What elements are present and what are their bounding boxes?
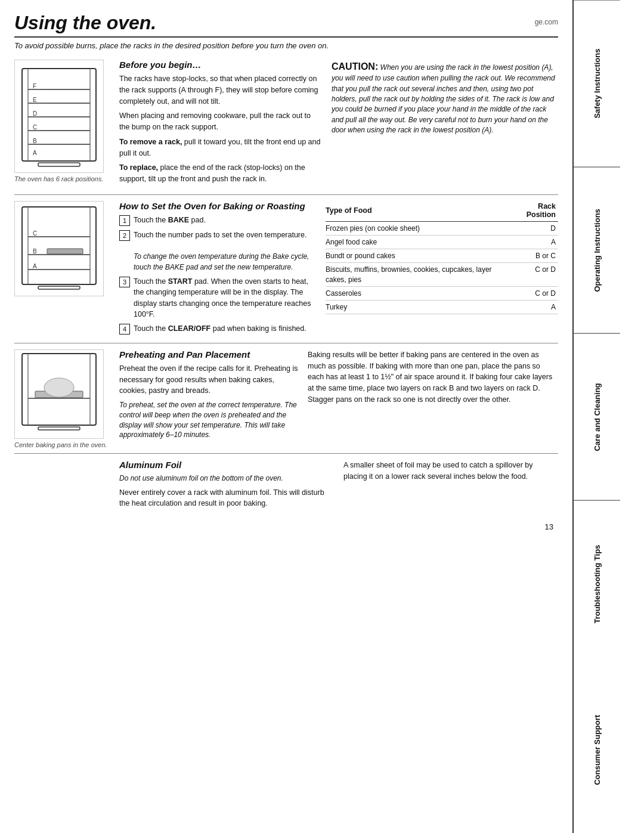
baking-oven-image: C B A [14,201,104,296]
preheat-oven-image [14,349,104,439]
rack-position-cell: D [509,221,558,235]
website-url: ge.com [535,18,558,26]
preheat-section: Center baking pans in the oven. Preheati… [14,343,558,448]
table-row: TurkeyA [326,300,558,314]
oven-image-caption: The oven has 6 rack positions. [14,175,110,182]
rack-position-cell: A [509,300,558,314]
rack-position-cell: A [509,235,558,249]
table-row: Angel food cakeA [326,235,558,249]
caution-text: CAUTION: When you are using the rack in … [332,60,558,136]
foil-spacer [14,460,110,513]
foil-italic: Do not use aluminum foil on the bottom o… [119,473,334,484]
foil-section: Aluminum Foil Do not use aluminum foil o… [14,453,558,513]
svg-text:A: A [33,263,37,270]
remove-label: To remove a rack, [119,138,182,146]
oven-image-box: F E D C B A [14,60,110,188]
right-sidebar: Safety Instructions Operating Instructio… [572,0,620,833]
rack-position-header: Rack Position [509,201,558,222]
page-title: Using the oven. [14,12,156,34]
step-2-body: Touch the number pads to set the oven te… [134,231,306,239]
remove-rack-text: To remove a rack, pull it toward you, ti… [119,137,322,159]
step-3-row: 3 Touch the START pad. When the oven sta… [119,276,316,320]
svg-rect-30 [38,286,80,289]
baking-section: C B A How to Set the Oven for Baking or … [14,194,558,338]
svg-text:F: F [33,83,36,89]
step-1-num: 1 [119,215,130,226]
before-begin-title: Before you begin… [119,60,322,70]
sidebar-consumer: Consumer Support [574,667,620,833]
svg-text:A: A [33,150,37,156]
step-4-num: 4 [119,324,130,335]
before-begin-para1: The racks have stop-locks, so that when … [119,73,322,107]
replace-rack-text: To replace, place the end of the rack (s… [119,162,322,185]
caution-section: CAUTION: When you are using the rack in … [332,60,558,188]
sidebar-consumer-label: Consumer Support [593,715,602,785]
top-section: F E D C B A [14,60,558,188]
step-2-row: 2 Touch the number pads to set the oven … [119,230,316,273]
step-1-text: Touch the BAKE pad. [134,215,316,225]
caution-title: CAUTION: [332,61,378,72]
svg-text:E: E [33,97,37,103]
svg-text:C: C [33,230,37,237]
preheat-italic: To preheat, set the oven at the correct … [119,400,298,440]
food-type-header: Type of Food [326,201,509,222]
food-type-cell: Casseroles [326,286,509,300]
svg-text:C: C [33,124,37,131]
foil-left: Aluminum Foil Do not use aluminum foil o… [119,460,334,513]
before-begin-para2: When placing and removing cookware, pull… [119,110,322,133]
before-you-begin-section: Before you begin… The racks have stop-lo… [119,60,322,188]
rack-table-column: Type of Food Rack Position Frozen pies (… [326,201,558,338]
foil-para2: A smaller sheet of foil may be used to c… [343,460,558,482]
baking-instructions: How to Set the Oven for Baking or Roasti… [119,201,316,338]
replace-label: To replace, [119,163,158,172]
preheat-right: Baking results will be better if baking … [308,349,558,448]
svg-point-36 [44,378,74,397]
baking-title: How to Set the Oven for Baking or Roasti… [119,201,316,211]
rack-position-cell: C or D [509,263,558,286]
preheat-title: Preheating and Pan Placement [119,349,298,360]
step-2-text: Touch the number pads to set the oven te… [134,230,316,273]
food-type-cell: Bundt or pound cakes [326,249,509,263]
sidebar-care: Care and Cleaning [574,333,620,500]
foil-right: A smaller sheet of foil may be used to c… [343,460,558,513]
svg-rect-37 [38,427,80,430]
svg-rect-29 [47,249,83,254]
preheat-image-caption: Center baking pans in the oven. [14,441,110,448]
svg-rect-19 [38,163,80,166]
caution-body: When you are using the rack in the lowes… [332,63,555,134]
step-2-italic: To change the oven temperature during th… [134,252,309,271]
baking-oven-svg: C B A [17,204,101,293]
table-row: Bundt or pound cakesB or C [326,249,558,263]
step-4-row: 4 Touch the CLEAR/OFF pad when baking is… [119,323,316,335]
svg-text:B: B [33,248,37,255]
table-row: CasserolesC or D [326,286,558,300]
bake-label: BAKE [168,216,189,224]
rack-position-table: Type of Food Rack Position Frozen pies (… [326,201,558,314]
food-type-cell: Angel food cake [326,235,509,249]
sidebar-troubleshooting-label: Troubleshooting Tips [593,544,602,623]
step-2-num: 2 [119,230,130,241]
sidebar-operating: Operating Instructions [574,167,620,334]
rack-position-cell: B or C [509,249,558,263]
step-3-text: Touch the START pad. When the oven start… [134,276,316,320]
rack-position-cell: C or D [509,286,558,300]
step-4-text: Touch the CLEAR/OFF pad when baking is f… [134,323,316,334]
page-header: Using the oven. ge.com [14,12,558,38]
page-number: 13 [14,522,558,531]
sidebar-care-label: Care and Cleaning [593,383,602,451]
preheat-para2: Baking results will be better if baking … [308,349,558,405]
clearoff-label: CLEAR/OFF [168,324,211,333]
svg-rect-20 [22,207,96,284]
svg-text:D: D [33,110,37,117]
preheat-image-box: Center baking pans in the oven. [14,349,110,448]
step-1-row: 1 Touch the BAKE pad. [119,215,316,226]
sidebar-safety-label: Safety Instructions [593,49,602,119]
sidebar-operating-label: Operating Instructions [593,209,602,292]
preheat-oven-svg [17,351,101,437]
food-type-cell: Frozen pies (on cookie sheet) [326,221,509,235]
sidebar-troubleshooting: Troubleshooting Tips [574,500,620,667]
preheat-para1: Preheat the oven if the recipe calls for… [119,363,298,397]
intro-text: To avoid possible burns, place the racks… [14,41,558,50]
step-3-num: 3 [119,277,130,287]
table-row: Biscuits, muffins, brownies, cookies, cu… [326,263,558,286]
